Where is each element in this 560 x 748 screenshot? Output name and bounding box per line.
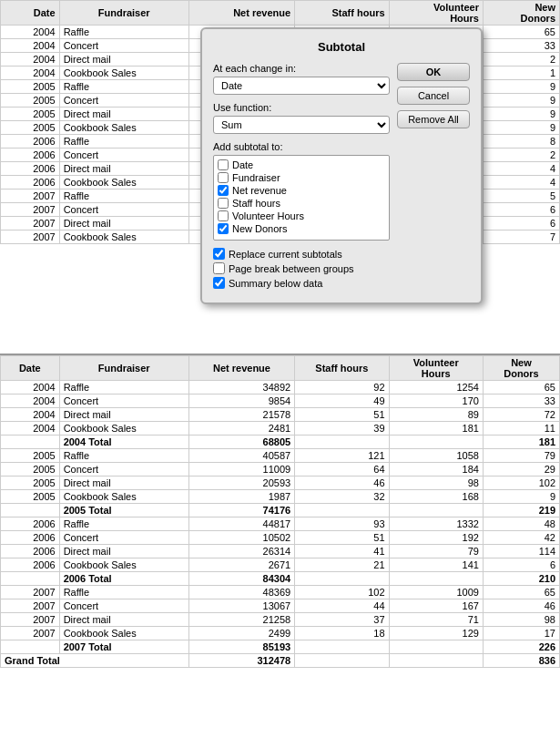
cell-staff: 92	[295, 381, 389, 394]
use-function-label: Use function:	[213, 102, 390, 113]
cell-date: 2005	[1, 108, 60, 121]
cell-vol: 71	[389, 613, 483, 627]
cell-donors: 2	[483, 53, 559, 67]
cell-fundraiser: Direct mail	[59, 108, 188, 121]
cell-vol: 181	[389, 422, 483, 435]
dialog-body: At each change in: Date Use function: Su…	[213, 63, 470, 292]
cell-net: 13067	[188, 599, 294, 613]
cell-donors: 6	[483, 217, 559, 231]
cell-date: 2007	[1, 217, 60, 231]
at-each-select[interactable]: Date	[213, 77, 390, 95]
cell-fundraiser: Direct mail	[59, 217, 188, 231]
bottom-checkbox-input[interactable]	[213, 277, 225, 289]
cell-fundraiser: Concert	[59, 39, 188, 53]
table-row: 2004 Concert 9854 49 170 33	[1, 394, 560, 408]
cell-date: 2007	[1, 203, 60, 217]
cell-staff	[295, 504, 389, 517]
cell-fundraiser: Cookbook Sales	[59, 67, 188, 80]
th-fundraiser: Fundraiser	[59, 1, 188, 26]
cell-vol: 89	[389, 408, 483, 422]
subtotal-row: 2006 Total 84304 210	[1, 572, 560, 586]
cell-fundraiser: Cookbook Sales	[59, 121, 188, 135]
bottom-checkbox-label: Summary below data	[229, 278, 322, 289]
cell-net: 26314	[188, 545, 294, 558]
cell-donors: 6	[483, 558, 559, 572]
cell-staff: 39	[295, 422, 389, 435]
cell-fundraiser: Cookbook Sales	[59, 231, 188, 244]
th-net: Net revenue	[188, 1, 294, 26]
bottom-section: Date Fundraiser Net revenue Staff hours …	[0, 355, 560, 668]
cell-date: 2006	[1, 531, 60, 545]
cell-staff	[295, 435, 389, 449]
cell-staff: 49	[295, 394, 389, 408]
cell-net: 1987	[188, 490, 294, 504]
th-vol: VolunteerHours	[389, 1, 483, 26]
cell-date: 2005	[1, 490, 60, 504]
cell-staff: 18	[295, 627, 389, 640]
at-each-label: At each change in:	[213, 63, 390, 74]
checkbox-input[interactable]	[218, 185, 229, 196]
table-row: 2007 Raffle 48369 102 1009 65	[1, 586, 560, 599]
cell-date: 2004	[1, 381, 60, 394]
cell-date: 2006	[1, 135, 60, 149]
checkbox-item: Staff hours	[218, 198, 385, 209]
checkbox-label: Volunteer Hours	[232, 210, 304, 221]
cell-label: 2007 Total	[59, 640, 188, 654]
cell-net: 21578	[188, 408, 294, 422]
table-row: 2004 Raffle 34892 92 1254 65	[1, 381, 560, 394]
cell-vol: 184	[389, 463, 483, 476]
checkbox-label: Fundraiser	[232, 172, 280, 183]
cell-fundraiser: Raffle	[59, 190, 188, 203]
ok-button[interactable]: OK	[397, 63, 470, 81]
cell-date: 2006	[1, 162, 60, 176]
cell-fundraiser: Concert	[59, 463, 188, 476]
cell-donors: 65	[483, 26, 559, 39]
cell-fundraiser: Direct mail	[59, 545, 188, 558]
cell-staff	[295, 572, 389, 586]
cell-fundraiser: Concert	[59, 599, 188, 613]
cell-vol: 1332	[389, 517, 483, 531]
use-function-select[interactable]: Sum	[213, 116, 390, 134]
cell-fundraiser: Direct mail	[59, 53, 188, 67]
cell-staff: 32	[295, 490, 389, 504]
checkbox-input[interactable]	[218, 210, 229, 221]
cell-donors: 8	[483, 135, 559, 149]
cell-vol: 192	[389, 531, 483, 545]
cell-fundraiser: Raffle	[59, 26, 188, 39]
bottom-checkbox-input[interactable]	[213, 248, 225, 260]
cell-vol: 98	[389, 476, 483, 490]
cell-vol: 170	[389, 394, 483, 408]
cell-fundraiser: Cookbook Sales	[59, 627, 188, 640]
cell-donors: 226	[483, 640, 559, 654]
table-row: 2006 Cookbook Sales 2671 21 141 6	[1, 558, 560, 572]
cell-donors: 2	[483, 149, 559, 162]
checkbox-input[interactable]	[218, 223, 229, 234]
cell-staff: 44	[295, 599, 389, 613]
cancel-button[interactable]: Cancel	[397, 87, 470, 105]
checkbox-input[interactable]	[218, 172, 229, 183]
cell-fundraiser: Cookbook Sales	[59, 490, 188, 504]
cell-vol	[389, 504, 483, 517]
cell-donors: 210	[483, 572, 559, 586]
cell-vol: 1009	[389, 586, 483, 599]
cell-fundraiser: Cookbook Sales	[59, 176, 188, 190]
cell-donors: 46	[483, 599, 559, 613]
remove-all-button[interactable]: Remove All	[397, 110, 470, 128]
cell-date	[1, 435, 60, 449]
res-th-new: NewDonors	[483, 356, 559, 381]
cell-date: 2005	[1, 476, 60, 490]
cell-net: 84304	[188, 572, 294, 586]
subtotal-row: 2005 Total 74176 219	[1, 504, 560, 517]
dialog-left: At each change in: Date Use function: Su…	[213, 63, 390, 292]
checkbox-input[interactable]	[218, 159, 229, 170]
cell-date: 2007	[1, 599, 60, 613]
cell-donors: 4	[483, 162, 559, 176]
cell-date: 2007	[1, 613, 60, 627]
cell-date: 2007	[1, 627, 60, 640]
cell-date: 2006	[1, 558, 60, 572]
bottom-checkboxes: Replace current subtotalsPage break betw…	[213, 248, 390, 289]
cell-donors: 33	[483, 39, 559, 53]
bottom-checkbox-input[interactable]	[213, 262, 225, 274]
dialog-title: Subtotal	[213, 40, 470, 54]
checkbox-input[interactable]	[218, 198, 229, 209]
